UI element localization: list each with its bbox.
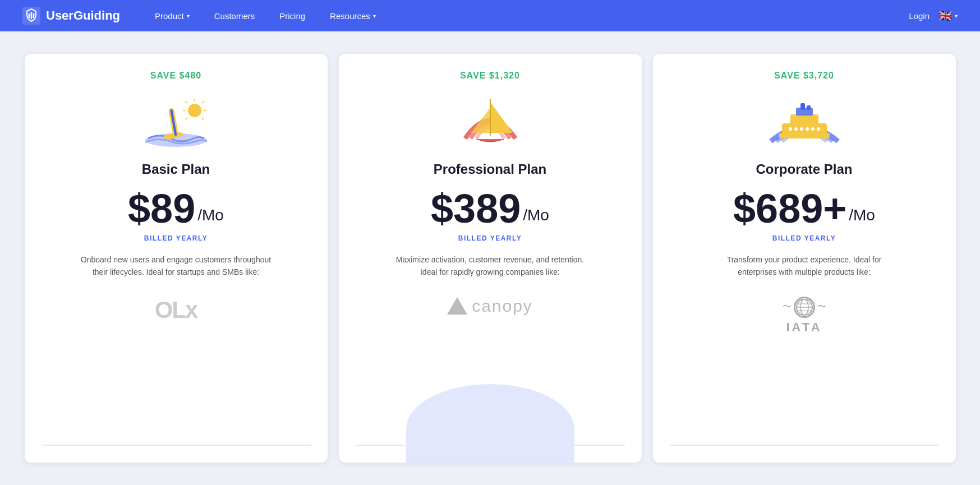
logo-link[interactable]: UserGuiding [22,7,120,25]
nav-resources[interactable]: Resources ▾ [318,0,388,31]
svg-point-8 [188,104,201,117]
basic-save-badge: SAVE $480 [150,71,201,81]
language-selector[interactable]: 🇬🇧 ▾ [938,9,958,22]
nav-right: Login 🇬🇧 ▾ [909,9,958,22]
svg-point-27 [811,127,815,131]
svg-rect-21 [790,114,818,124]
iata-customer-logo: 〜 〜 IATA [783,297,826,335]
svg-point-25 [800,127,803,131]
basic-illustration [140,91,213,153]
corp-billed: BILLED YEARLY [772,234,836,242]
svg-point-23 [789,127,792,131]
svg-marker-17 [471,108,490,133]
corp-divider [670,445,939,446]
userguiding-logo-icon [22,7,40,25]
basic-price-row: $89 /Mo [128,188,224,229]
pro-description: Maximize activation, customer revenue, a… [395,253,586,279]
navbar: UserGuiding Product ▾ Customers Pricing … [0,0,980,31]
svg-line-13 [186,101,187,103]
basic-plan-name: Basic Plan [142,161,210,177]
pricing-grid: SAVE $480 [19,54,961,463]
iata-text: IATA [786,320,822,335]
pro-divider [356,445,625,446]
pricing-section: SAVE $480 [0,31,980,485]
svg-rect-30 [807,105,811,110]
corp-save-badge: SAVE $3,720 [774,71,834,81]
corp-period: /Mo [849,206,875,224]
iata-right-wing-icon: 〜 [817,301,826,313]
olx-logo: OLx [155,297,197,324]
canopy-triangle-icon [447,297,467,315]
nav-links: Product ▾ Customers Pricing Resources ▾ [142,0,909,31]
corp-price-row: $689+ /Mo [733,188,875,229]
basic-period: /Mo [197,206,224,224]
svg-point-24 [794,127,798,131]
basic-divider [42,445,311,446]
corp-description: Transform your product experience. Ideal… [709,253,900,279]
pro-price-row: $389 /Mo [431,188,549,229]
svg-point-26 [806,127,809,131]
basic-billed: BILLED YEARLY [144,234,208,242]
basic-plan-card: SAVE $480 [25,54,328,463]
svg-marker-16 [490,102,513,133]
login-link[interactable]: Login [909,11,930,21]
iata-globe-wings: 〜 〜 [783,297,826,318]
basic-price: $89 [128,188,195,229]
pro-billed: BILLED YEARLY [458,234,522,242]
svg-line-12 [202,118,204,119]
logo-text: UserGuiding [46,8,120,23]
svg-point-28 [817,127,820,131]
resources-chevron-icon: ▾ [373,13,376,19]
corp-price: $689+ [733,188,846,229]
svg-line-10 [202,101,204,103]
professional-plan-card: SAVE $1,320 Professional [339,54,642,463]
nav-customers[interactable]: Customers [202,0,268,31]
canopy-text: canopy [472,297,533,316]
pro-save-badge: SAVE $1,320 [460,71,520,81]
pro-price: $389 [431,188,521,229]
corp-plan-name: Corporate Plan [756,161,852,177]
iata-globe-icon [794,297,815,318]
basic-description: Onboard new users and engage customers t… [81,253,272,279]
corp-illustration [768,91,841,153]
language-chevron-icon: ▾ [955,13,958,19]
pro-plan-name: Professional Plan [434,161,546,177]
nav-pricing[interactable]: Pricing [267,0,318,31]
product-chevron-icon: ▾ [187,13,190,19]
corporate-plan-card: SAVE $3,720 [653,54,956,463]
basic-customer-logo: OLx [155,297,197,324]
pro-illustration [454,91,527,153]
nav-product[interactable]: Product ▾ [142,0,202,31]
svg-rect-29 [800,103,805,110]
pro-period: /Mo [523,206,549,224]
canopy-customer-logo: canopy [447,297,533,316]
svg-line-15 [186,118,187,119]
language-flag: 🇬🇧 [938,9,953,22]
svg-rect-20 [779,133,830,138]
iata-left-wing-icon: 〜 [783,301,792,313]
